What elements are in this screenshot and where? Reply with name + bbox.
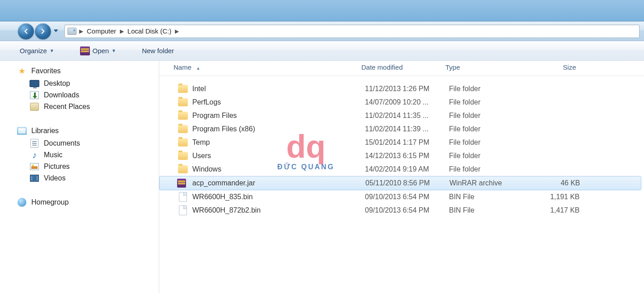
folder-icon [177, 111, 189, 121]
homegroup-label: Homegroup [31, 198, 69, 206]
file-date: 09/10/2013 6:54 PM [365, 193, 449, 201]
chevron-down-icon: ▼ [111, 48, 116, 53]
navigation-pane: ★ Favorites DesktopDownloadsRecent Place… [0, 61, 159, 293]
address-bar[interactable]: ▶ Computer ▶ Local Disk (C:) ▶ [64, 25, 640, 38]
new-folder-button[interactable]: New folder [137, 45, 178, 56]
file-row[interactable]: Intel 11/12/2013 1:26 PM File folder [159, 82, 644, 96]
sidebar-item-music[interactable]: ♪Music [0, 149, 159, 161]
organize-menu[interactable]: Organize ▼ [15, 45, 59, 56]
column-type[interactable]: Type [445, 63, 526, 71]
sidebar-item-downloads[interactable]: Downloads [0, 89, 159, 101]
file-size: 1,191 KB [530, 193, 592, 201]
file-date: 05/11/2010 8:56 PM [365, 179, 449, 187]
column-size[interactable]: Size [526, 63, 589, 71]
file-rows: Intel 11/12/2013 1:26 PM File folder Per… [159, 76, 644, 217]
column-name[interactable]: Name ▲ [174, 63, 361, 71]
folder-icon [177, 138, 189, 147]
folder-icon [177, 97, 189, 107]
column-date[interactable]: Date modified [361, 63, 445, 71]
sidebar-item-label: Downloads [44, 91, 79, 99]
homegroup-header[interactable]: Homegroup [0, 196, 159, 209]
file-name: Temp [192, 138, 365, 146]
file-type: File folder [449, 138, 530, 146]
forward-button[interactable] [35, 23, 51, 39]
sidebar-item-pictures[interactable]: Pictures [0, 161, 159, 172]
file-row[interactable]: Program Files 11/02/2014 11:35 ... File … [159, 109, 644, 122]
star-icon: ★ [17, 66, 27, 76]
file-date: 14/12/2013 6:15 PM [365, 152, 449, 160]
file-row[interactable]: WR6600H_835.bin 09/10/2013 6:54 PM BIN F… [159, 190, 644, 204]
file-date: 09/10/2013 6:54 PM [365, 206, 449, 214]
file-icon [177, 205, 189, 215]
favorites-label: Favorites [31, 67, 61, 75]
file-type: File folder [449, 112, 530, 120]
favorites-group: ★ Favorites DesktopDownloadsRecent Place… [0, 64, 159, 113]
file-row[interactable]: Program Files (x86) 11/02/2014 11:39 ...… [159, 122, 644, 136]
file-name: Program Files [192, 112, 365, 120]
file-size: 46 KB [530, 179, 593, 187]
open-button[interactable]: Open ▼ [76, 45, 121, 57]
vid-icon [30, 174, 39, 183]
window-glass-strip [0, 0, 644, 21]
file-date: 11/02/2014 11:35 ... [365, 112, 449, 120]
sidebar-item-recent-places[interactable]: Recent Places [0, 101, 159, 113]
file-type: BIN File [449, 193, 530, 201]
main-area: ★ Favorites DesktopDownloadsRecent Place… [0, 61, 644, 293]
file-name: WR6600H_872b2.bin [192, 206, 365, 214]
folder-icon [177, 164, 189, 174]
file-date: 11/02/2014 11:39 ... [365, 125, 449, 133]
file-row[interactable]: Temp 15/01/2014 1:17 PM File folder [159, 136, 644, 149]
breadcrumb-computer[interactable]: Computer [84, 26, 119, 36]
history-dropdown[interactable] [52, 25, 60, 38]
file-row[interactable]: WR6600H_872b2.bin 09/10/2013 6:54 PM BIN… [159, 204, 644, 217]
libraries-label: Libraries [31, 127, 59, 135]
file-row[interactable]: Windows 14/02/2014 9:19 AM File folder [159, 163, 644, 176]
file-date: 14/02/2014 9:19 AM [365, 165, 449, 173]
doc-icon [30, 139, 39, 148]
navigation-bar: ▶ Computer ▶ Local Disk (C:) ▶ [0, 21, 644, 41]
file-name: Users [192, 152, 365, 160]
file-icon [177, 192, 189, 202]
file-name: PerfLogs [192, 98, 365, 106]
file-date: 11/12/2013 1:26 PM [365, 85, 449, 93]
open-label: Open [93, 47, 109, 54]
file-name: Windows [192, 165, 365, 173]
sort-asc-icon: ▲ [196, 66, 200, 71]
libraries-group: Libraries Documents♪MusicPicturesVideos [0, 124, 159, 184]
breadcrumb-arrow-icon[interactable]: ▶ [174, 28, 180, 34]
breadcrumb-local-disk[interactable]: Local Disk (C:) [125, 26, 174, 36]
file-list: Name ▲ Date modified Type Size Intel 11/… [159, 61, 644, 293]
sidebar-item-label: Pictures [44, 163, 70, 171]
file-name: WR6600H_835.bin [192, 193, 365, 201]
column-headers: Name ▲ Date modified Type Size [159, 61, 644, 76]
file-row[interactable]: Users 14/12/2013 6:15 PM File folder [159, 149, 644, 163]
libraries-icon [17, 126, 27, 136]
file-type: File folder [449, 152, 530, 160]
sidebar-item-label: Videos [44, 174, 66, 182]
favorites-header[interactable]: ★ Favorites [0, 64, 159, 78]
homegroup-icon [17, 197, 27, 207]
sidebar-item-documents[interactable]: Documents [0, 138, 159, 149]
file-type: WinRAR archive [449, 179, 530, 187]
file-name: Program Files (x86) [192, 125, 365, 133]
breadcrumb-arrow-icon[interactable]: ▶ [78, 28, 84, 34]
file-type: File folder [449, 125, 530, 133]
file-date: 15/01/2014 1:17 PM [365, 138, 449, 146]
recent-icon [30, 102, 39, 111]
sidebar-item-videos[interactable]: Videos [0, 172, 159, 184]
file-row[interactable]: PerfLogs 14/07/2009 10:20 ... File folde… [159, 96, 644, 109]
file-row[interactable]: acp_commander.jar 05/11/2010 8:56 PM Win… [159, 176, 641, 190]
sidebar-item-desktop[interactable]: Desktop [0, 78, 159, 89]
file-name: acp_commander.jar [192, 179, 365, 187]
breadcrumb-arrow-icon[interactable]: ▶ [119, 28, 125, 34]
arrow-right-icon [39, 27, 47, 35]
back-button[interactable] [18, 23, 34, 39]
pic-icon [30, 162, 39, 171]
libraries-header[interactable]: Libraries [0, 124, 159, 138]
folder-icon [177, 124, 189, 134]
folder-icon [177, 84, 189, 94]
winrar-icon [80, 46, 90, 55]
arrow-left-icon [22, 27, 30, 35]
downloads-icon [30, 91, 39, 100]
file-name: Intel [192, 85, 365, 93]
